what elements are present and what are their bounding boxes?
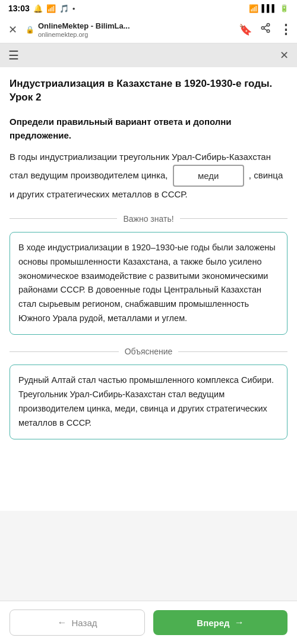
answer-input-field[interactable]: меди <box>173 165 244 187</box>
spotify-icon: 🎵 <box>59 4 69 13</box>
wifi-icon: 📶 <box>249 4 258 13</box>
browser-bar: ✕ 🔒 OnlineMektep - BilimLa... onlinemekt… <box>0 17 297 43</box>
lesson-title: Индустриализация в Казахстане в 1920-193… <box>10 77 287 105</box>
browser-close-button[interactable]: ✕ <box>6 22 20 37</box>
explanation-divider: Объяснение <box>10 347 287 356</box>
hamburger-menu-icon[interactable]: ☰ <box>8 48 19 62</box>
signal-icon: 📶 <box>46 4 56 13</box>
important-text: В ходе индустриализации в 1920–1930-ые г… <box>18 241 279 326</box>
browser-actions: 🔖 ⋮ <box>239 22 291 37</box>
important-info-box: В ходе индустриализации в 1920–1930-ые г… <box>10 232 287 335</box>
lock-icon: 🔒 <box>26 26 34 34</box>
notification-icon: 🔔 <box>33 4 43 13</box>
question-text: В годы индустриализации треугольник Урал… <box>10 149 287 202</box>
back-button[interactable]: ← Назад <box>10 610 145 636</box>
svg-line-3 <box>264 29 267 30</box>
divider-line-left <box>10 218 117 219</box>
important-label: Важно знать! <box>123 214 173 224</box>
important-divider: Важно знать! <box>10 214 287 224</box>
browser-url-area: 🔒 OnlineMektep - BilimLa... onlinemektep… <box>26 21 233 38</box>
back-arrow-icon: ← <box>58 617 67 628</box>
browser-page-title: OnlineMektep - BilimLa... <box>38 21 130 31</box>
dot-icon: ● <box>72 6 75 11</box>
toolbar-close-icon[interactable]: ✕ <box>280 49 289 62</box>
status-left: 13:03 🔔 📶 🎵 ● <box>8 4 75 13</box>
battery-icon: 🔋 <box>280 4 289 12</box>
forward-button-label: Вперед <box>197 618 229 628</box>
more-menu-icon[interactable]: ⋮ <box>279 22 291 37</box>
bookmark-icon[interactable]: 🔖 <box>239 23 252 36</box>
status-time: 13:03 <box>8 4 30 13</box>
divider-line-left-2 <box>10 351 119 352</box>
forward-arrow-icon: → <box>235 617 244 628</box>
explanation-box: Рудный Алтай стал частью промышленного к… <box>10 365 287 439</box>
explanation-label: Объяснение <box>125 347 173 356</box>
svg-line-4 <box>264 26 267 27</box>
content-area: Индустриализация в Казахстане в 1920-193… <box>0 67 297 511</box>
browser-title-block: OnlineMektep - BilimLa... onlinemektep.o… <box>38 21 130 38</box>
forward-button[interactable]: Вперед → <box>153 610 287 635</box>
question-instruction: Определи правильный вариант ответа и доп… <box>10 115 287 142</box>
browser-url-text: onlinemektep.org <box>38 31 130 38</box>
toolbar: ☰ ✕ <box>0 43 297 67</box>
status-bar: 13:03 🔔 📶 🎵 ● 📶 ▌▌▌ 🔋 <box>0 0 297 17</box>
back-button-label: Назад <box>72 618 97 628</box>
divider-line-right-2 <box>178 351 287 352</box>
explanation-text: Рудный Алтай стал частью промышленного к… <box>18 373 279 431</box>
cellular-icon: ▌▌▌ <box>261 4 277 12</box>
status-right: 📶 ▌▌▌ 🔋 <box>249 4 289 13</box>
share-icon[interactable] <box>260 23 271 36</box>
divider-line-right <box>180 218 287 219</box>
bottom-navigation: ← Назад Вперед → <box>0 601 297 644</box>
